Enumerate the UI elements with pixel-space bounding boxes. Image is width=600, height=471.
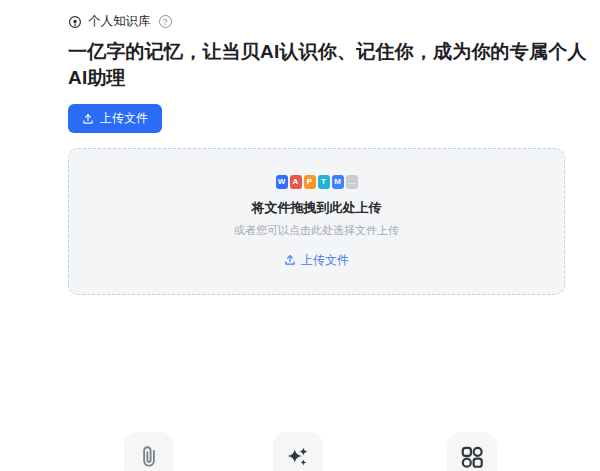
md-file-icon: M <box>332 175 344 189</box>
word-file-icon: W <box>276 175 288 189</box>
file-dropzone[interactable]: W A P T M … 将文件拖拽到此处上传 或者您可以点击此处选择文件上传 上… <box>68 148 565 295</box>
upload-icon <box>284 254 296 266</box>
dropzone-title: 将文件拖拽到此处上传 <box>252 199 382 217</box>
file-type-badges: W A P T M … <box>276 175 358 189</box>
sparkles-icon <box>285 444 311 470</box>
section-header: 个人知识库 ? <box>68 13 600 30</box>
step-ai-parse: 步骤 2: AI解析 AI助理会拆解、解析你的知识文件 <box>223 432 372 471</box>
main-content: 个人知识库 ? 一亿字的记忆，让当贝AI认识你、记住你，成为你的专属个人AI助理… <box>0 0 600 295</box>
question-circle-icon[interactable]: ? <box>159 15 172 28</box>
step-use: 步骤 3: 使用 通过首页选择知识库或知识库页对AI助理提问 <box>373 432 572 471</box>
dropzone-subtitle: 或者您可以点击此处选择文件上传 <box>234 223 399 238</box>
paperclip-icon <box>136 444 162 470</box>
step-icon-card <box>447 432 497 471</box>
knowledge-base-icon <box>68 15 82 29</box>
pdf-file-icon: A <box>290 175 302 189</box>
step-icon-card <box>124 432 174 471</box>
more-file-icon: … <box>346 175 358 189</box>
steps-section: 步骤 1: 上传 上传你的文件给AI 助理的知识库 步骤 2: AI解析 AI助… <box>74 432 572 471</box>
step-icon-card <box>273 432 323 471</box>
step-upload: 步骤 1: 上传 上传你的文件给AI 助理的知识库 <box>74 432 223 471</box>
upload-icon <box>82 113 94 125</box>
upload-button-label: 上传文件 <box>100 110 148 127</box>
upload-link-label: 上传文件 <box>301 252 349 269</box>
ppt-file-icon: P <box>304 175 316 189</box>
txt-file-icon: T <box>318 175 330 189</box>
breadcrumb: 个人知识库 <box>88 13 151 30</box>
upload-file-link[interactable]: 上传文件 <box>284 252 349 269</box>
grid-icon <box>459 444 485 470</box>
page-title: 一亿字的记忆，让当贝AI认识你、记住你，成为你的专属个人AI助理 <box>68 39 600 91</box>
upload-file-button[interactable]: 上传文件 <box>68 104 162 133</box>
